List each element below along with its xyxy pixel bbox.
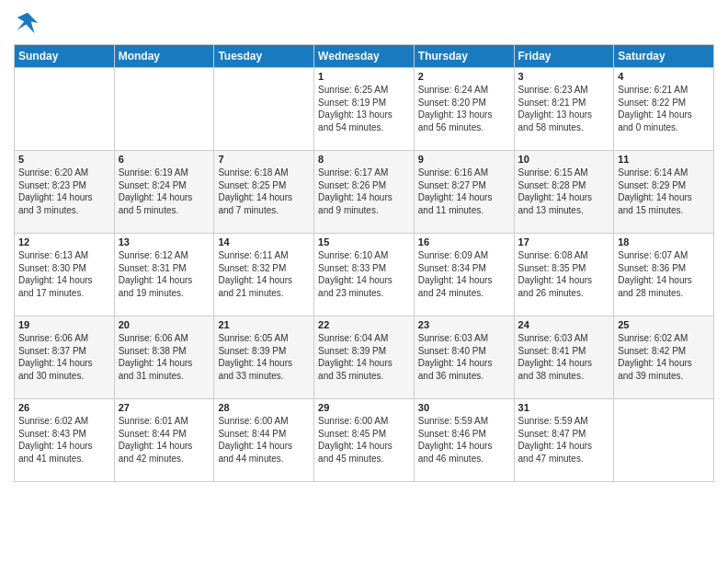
- day-info: Sunrise: 6:18 AM Sunset: 8:25 PM Dayligh…: [218, 167, 310, 216]
- day-info: Sunrise: 6:10 AM Sunset: 8:33 PM Dayligh…: [318, 249, 410, 299]
- col-header-tuesday: Tuesday: [214, 45, 314, 68]
- day-number: 8: [318, 154, 410, 165]
- day-number: 14: [218, 236, 310, 247]
- day-info: Sunrise: 6:13 AM Sunset: 8:30 PM Dayligh…: [18, 249, 110, 299]
- day-cell: 30Sunrise: 5:59 AM Sunset: 8:46 PM Dayli…: [414, 399, 514, 482]
- day-info: Sunrise: 6:08 AM Sunset: 8:35 PM Dayligh…: [518, 249, 610, 299]
- page: SundayMondayTuesdayWednesdayThursdayFrid…: [0, 0, 728, 496]
- day-cell: 22Sunrise: 6:04 AM Sunset: 8:39 PM Dayli…: [314, 316, 415, 399]
- col-header-monday: Monday: [114, 45, 214, 68]
- logo: [14, 9, 45, 37]
- day-number: 16: [418, 236, 510, 247]
- week-row-1: 5Sunrise: 6:20 AM Sunset: 8:23 PM Daylig…: [15, 151, 714, 234]
- day-number: 25: [618, 319, 710, 330]
- day-info: Sunrise: 6:11 AM Sunset: 8:32 PM Dayligh…: [218, 249, 310, 299]
- day-cell: 23Sunrise: 6:03 AM Sunset: 8:40 PM Dayli…: [414, 316, 514, 399]
- week-row-2: 12Sunrise: 6:13 AM Sunset: 8:30 PM Dayli…: [15, 234, 714, 316]
- day-number: 12: [18, 236, 110, 247]
- day-cell: 15Sunrise: 6:10 AM Sunset: 8:33 PM Dayli…: [314, 234, 415, 316]
- day-cell: [15, 68, 115, 151]
- day-cell: 28Sunrise: 6:00 AM Sunset: 8:44 PM Dayli…: [214, 399, 314, 482]
- day-info: Sunrise: 6:04 AM Sunset: 8:39 PM Dayligh…: [318, 332, 410, 382]
- day-info: Sunrise: 6:06 AM Sunset: 8:37 PM Dayligh…: [18, 332, 110, 382]
- header-row: SundayMondayTuesdayWednesdayThursdayFrid…: [15, 45, 714, 68]
- day-info: Sunrise: 6:24 AM Sunset: 8:20 PM Dayligh…: [418, 84, 510, 133]
- day-number: 7: [218, 154, 310, 165]
- day-info: Sunrise: 6:23 AM Sunset: 8:21 PM Dayligh…: [518, 84, 610, 133]
- day-number: 11: [618, 154, 710, 165]
- day-info: Sunrise: 6:20 AM Sunset: 8:23 PM Dayligh…: [18, 167, 110, 216]
- day-number: 2: [418, 71, 510, 82]
- day-info: Sunrise: 6:16 AM Sunset: 8:27 PM Dayligh…: [418, 167, 510, 216]
- day-number: 20: [119, 319, 210, 330]
- day-info: Sunrise: 6:02 AM Sunset: 8:42 PM Dayligh…: [618, 332, 710, 382]
- day-number: 26: [18, 402, 110, 413]
- day-cell: 20Sunrise: 6:06 AM Sunset: 8:38 PM Dayli…: [114, 316, 214, 399]
- day-info: Sunrise: 6:21 AM Sunset: 8:22 PM Dayligh…: [618, 84, 710, 133]
- day-cell: [114, 68, 214, 151]
- day-info: Sunrise: 6:17 AM Sunset: 8:26 PM Dayligh…: [318, 167, 410, 216]
- day-cell: 29Sunrise: 6:00 AM Sunset: 8:45 PM Dayli…: [314, 399, 415, 482]
- day-number: 24: [518, 319, 610, 330]
- day-cell: 17Sunrise: 6:08 AM Sunset: 8:35 PM Dayli…: [514, 234, 614, 316]
- day-info: Sunrise: 6:19 AM Sunset: 8:24 PM Dayligh…: [119, 167, 210, 216]
- day-cell: 12Sunrise: 6:13 AM Sunset: 8:30 PM Dayli…: [15, 234, 115, 316]
- header: [14, 9, 714, 37]
- day-info: Sunrise: 6:12 AM Sunset: 8:31 PM Dayligh…: [119, 249, 210, 299]
- day-cell: 6Sunrise: 6:19 AM Sunset: 8:24 PM Daylig…: [114, 151, 214, 234]
- day-info: Sunrise: 6:14 AM Sunset: 8:29 PM Dayligh…: [618, 167, 710, 216]
- day-cell: 2Sunrise: 6:24 AM Sunset: 8:20 PM Daylig…: [414, 68, 514, 151]
- week-row-0: 1Sunrise: 6:25 AM Sunset: 8:19 PM Daylig…: [15, 68, 714, 151]
- day-number: 9: [418, 154, 510, 165]
- col-header-sunday: Sunday: [15, 45, 115, 68]
- day-info: Sunrise: 6:00 AM Sunset: 8:45 PM Dayligh…: [318, 415, 410, 465]
- week-row-3: 19Sunrise: 6:06 AM Sunset: 8:37 PM Dayli…: [15, 316, 714, 399]
- day-number: 22: [318, 319, 410, 330]
- day-cell: [214, 68, 314, 151]
- day-cell: 26Sunrise: 6:02 AM Sunset: 8:43 PM Dayli…: [15, 399, 115, 482]
- day-info: Sunrise: 6:05 AM Sunset: 8:39 PM Dayligh…: [218, 332, 310, 382]
- day-info: Sunrise: 5:59 AM Sunset: 8:47 PM Dayligh…: [518, 415, 610, 465]
- day-cell: 9Sunrise: 6:16 AM Sunset: 8:27 PM Daylig…: [414, 151, 514, 234]
- day-cell: 13Sunrise: 6:12 AM Sunset: 8:31 PM Dayli…: [114, 234, 214, 316]
- day-number: 4: [618, 71, 710, 82]
- calendar-table: SundayMondayTuesdayWednesdayThursdayFrid…: [14, 44, 714, 482]
- day-cell: 21Sunrise: 6:05 AM Sunset: 8:39 PM Dayli…: [214, 316, 314, 399]
- day-cell: 25Sunrise: 6:02 AM Sunset: 8:42 PM Dayli…: [614, 316, 714, 399]
- day-info: Sunrise: 6:15 AM Sunset: 8:28 PM Dayligh…: [518, 167, 610, 216]
- day-number: 1: [318, 71, 410, 82]
- day-number: 21: [218, 319, 310, 330]
- day-cell: 5Sunrise: 6:20 AM Sunset: 8:23 PM Daylig…: [15, 151, 115, 234]
- day-cell: 18Sunrise: 6:07 AM Sunset: 8:36 PM Dayli…: [614, 234, 714, 316]
- day-number: 28: [218, 402, 310, 413]
- day-info: Sunrise: 6:01 AM Sunset: 8:44 PM Dayligh…: [119, 415, 210, 465]
- day-number: 29: [318, 402, 410, 413]
- day-info: Sunrise: 6:07 AM Sunset: 8:36 PM Dayligh…: [618, 249, 710, 299]
- col-header-wednesday: Wednesday: [314, 45, 415, 68]
- logo-icon: [14, 9, 41, 37]
- day-cell: 27Sunrise: 6:01 AM Sunset: 8:44 PM Dayli…: [114, 399, 214, 482]
- day-cell: 10Sunrise: 6:15 AM Sunset: 8:28 PM Dayli…: [514, 151, 614, 234]
- day-number: 6: [119, 154, 210, 165]
- col-header-friday: Friday: [514, 45, 614, 68]
- day-number: 5: [18, 154, 110, 165]
- day-cell: 8Sunrise: 6:17 AM Sunset: 8:26 PM Daylig…: [314, 151, 415, 234]
- week-row-4: 26Sunrise: 6:02 AM Sunset: 8:43 PM Dayli…: [15, 399, 714, 482]
- col-header-thursday: Thursday: [414, 45, 514, 68]
- day-number: 18: [618, 236, 710, 247]
- day-cell: 31Sunrise: 5:59 AM Sunset: 8:47 PM Dayli…: [514, 399, 614, 482]
- day-number: 17: [518, 236, 610, 247]
- day-info: Sunrise: 6:03 AM Sunset: 8:41 PM Dayligh…: [518, 332, 610, 382]
- day-cell: 3Sunrise: 6:23 AM Sunset: 8:21 PM Daylig…: [514, 68, 614, 151]
- day-info: Sunrise: 6:03 AM Sunset: 8:40 PM Dayligh…: [418, 332, 510, 382]
- day-number: 27: [119, 402, 210, 413]
- day-info: Sunrise: 6:00 AM Sunset: 8:44 PM Dayligh…: [218, 415, 310, 465]
- day-cell: 7Sunrise: 6:18 AM Sunset: 8:25 PM Daylig…: [214, 151, 314, 234]
- day-cell: 16Sunrise: 6:09 AM Sunset: 8:34 PM Dayli…: [414, 234, 514, 316]
- day-info: Sunrise: 6:06 AM Sunset: 8:38 PM Dayligh…: [119, 332, 210, 382]
- day-number: 15: [318, 236, 410, 247]
- day-info: Sunrise: 6:25 AM Sunset: 8:19 PM Dayligh…: [318, 84, 410, 133]
- day-number: 23: [418, 319, 510, 330]
- day-number: 3: [518, 71, 610, 82]
- day-number: 30: [418, 402, 510, 413]
